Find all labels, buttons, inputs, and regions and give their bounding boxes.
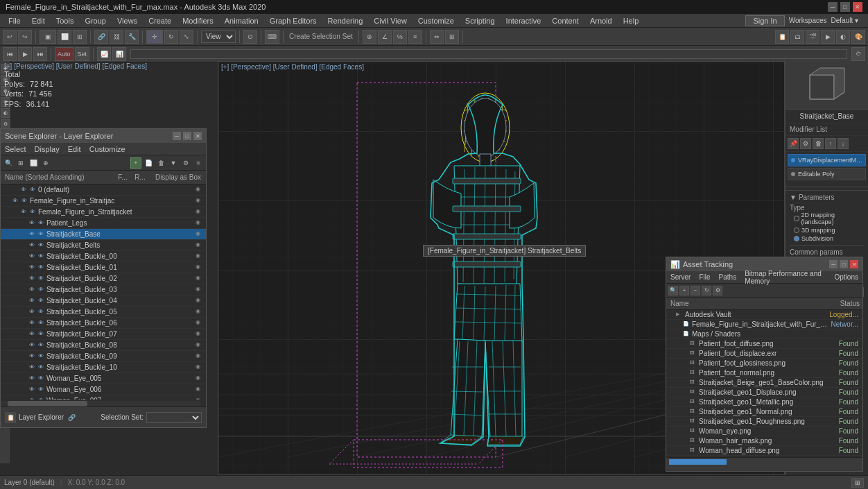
se-eye2-icon[interactable]: 👁 [37,386,44,393]
menu-civil-view[interactable]: Civil View [368,15,412,26]
se-deselect-button[interactable]: ⬜ [28,157,39,169]
se-list-item[interactable]: 👁👁Woman_Eye_007◉ [1,395,206,400]
ap-list-item[interactable]: 🖼Straitjacket_Beige_geo1_BaseColor.pngFo… [666,378,862,388]
ap-menu-server[interactable]: Server [666,273,695,281]
se-eye-icon[interactable]: 👁 [28,375,35,382]
se-list-item[interactable]: 👁👁Straitjacket_Buckle_06◉ [1,318,206,329]
ap-menu-bitmap[interactable]: Bitmap Performance and Memory [740,270,830,285]
ap-options-button[interactable]: ⚙ [713,286,722,295]
ap-minimize-button[interactable]: ─ [829,260,837,268]
ap-menu-file[interactable]: File [695,273,714,281]
ap-find-button[interactable]: 🔍 [668,286,678,295]
se-eye-icon[interactable]: 👁 [28,231,35,238]
se-eye2-icon[interactable]: 👁 [37,253,44,260]
se-menu-select[interactable]: Select [1,145,31,153]
percent-snap-button[interactable]: % [393,30,407,44]
render-setup-button[interactable]: 🎬 [806,30,819,44]
se-link-button[interactable]: 🔗 [67,413,76,422]
se-eye-icon[interactable]: 👁 [28,386,35,393]
se-list-item[interactable]: 👁👁Straitjacket_Buckle_05◉ [1,307,206,318]
window-crossing-button[interactable]: ⊞ [73,30,87,44]
material-editor-button[interactable]: 🎨 [851,30,865,44]
se-eye-icon[interactable]: 👁 [28,364,35,371]
se-eye2-icon[interactable]: 👁 [37,231,44,238]
se-list-item[interactable]: 👁👁0 (default)◉ [1,185,206,196]
sign-in-button[interactable]: Sign In [745,15,784,26]
select-rotate-button[interactable]: ↻ [164,30,178,44]
se-eye-icon[interactable]: 👁 [28,264,35,271]
se-eye-icon[interactable]: 👁 [28,298,35,304]
rp-radio-sub[interactable]: Subdivision [794,235,864,242]
se-eye2-icon[interactable]: 👁 [37,286,44,293]
se-eye-icon[interactable]: 👁 [20,187,27,194]
se-list-item[interactable]: 👁👁Female_Figure_in_Straitjac◉ [1,196,206,207]
menu-rendering[interactable]: Rendering [322,15,369,26]
se-list-item[interactable]: 👁👁Straitjacket_Buckle_00◉ [1,251,206,262]
se-eye2-icon[interactable]: 👁 [37,342,44,349]
se-list-item[interactable]: 👁👁Straitjacket_Buckle_07◉ [1,329,206,340]
display-panel-button[interactable]: ◐ [1,108,10,118]
rp-radio-3d[interactable]: 3D mapping [794,227,864,234]
se-eye2-icon[interactable]: 👁 [37,242,44,249]
menu-help[interactable]: Help [618,15,645,26]
rp-delete-modifier-button[interactable]: 🗑 [813,138,824,149]
ap-list-item[interactable]: 🖼Woman_hair_mask.pngFound [666,436,862,446]
se-list-item[interactable]: 👁👁Straitjacket_Buckle_01◉ [1,262,206,273]
se-menu-display[interactable]: Display [31,145,64,153]
se-eye-icon[interactable]: 👁 [28,253,35,260]
menu-content[interactable]: Content [546,15,584,26]
dope-sheet-button[interactable]: 📊 [112,47,126,61]
layer-manager-button[interactable]: 📋 [775,30,789,44]
align-button[interactable]: ⊞ [445,30,459,44]
menu-views[interactable]: Views [112,15,143,26]
rp-pin-button[interactable]: 📌 [788,138,799,149]
se-eye-icon[interactable]: 👁 [28,342,35,349]
se-eye2-icon[interactable]: 👁 [37,309,44,316]
bind-button[interactable]: 🔧 [125,30,139,44]
menu-scripting[interactable]: Scripting [460,15,501,26]
ap-list-item[interactable]: 🖼Straitjacket_geo1_Roughness.pngFound [666,417,862,427]
curve-editor-button[interactable]: 📈 [97,47,111,61]
se-add-object-button[interactable]: 📄 [143,157,154,169]
menu-file[interactable]: File [3,15,26,26]
se-list-item[interactable]: 👁👁Straitjacket_Buckle_10◉ [1,362,206,373]
select-move-button[interactable]: ✛ [146,30,163,44]
se-list-item[interactable]: 👁👁Straitjacket_Base◉ [1,229,206,240]
timeline-bar[interactable] [130,49,847,59]
se-list-item[interactable]: 👁👁Straitjacket_Buckle_02◉ [1,273,206,284]
angle-snap-button[interactable]: ∠ [378,30,392,44]
se-list-item[interactable]: 👁👁Woman_Eye_006◉ [1,384,206,395]
se-eye-icon[interactable]: 👁 [28,275,35,282]
unlink-button[interactable]: ⛓ [110,30,123,44]
render-button[interactable]: ▶ [821,30,835,44]
ap-menu-options[interactable]: Options [831,273,862,281]
rp-radio-2d[interactable]: 2D mapping (landscape) [794,212,864,225]
se-eye-icon[interactable]: 👁 [12,198,19,205]
play-button[interactable]: ▶ [18,47,32,61]
se-select-all-button[interactable]: ⊞ [15,157,26,169]
se-scrollbar[interactable] [1,401,200,406]
se-eye2-icon[interactable]: 👁 [37,298,44,304]
active-shade-button[interactable]: ◐ [836,30,850,44]
se-eye2-icon[interactable]: 👁 [37,353,44,360]
se-close-button[interactable]: ✕ [193,132,202,140]
se-eye2-icon[interactable]: 👁 [37,375,44,382]
se-delete-button[interactable]: 🗑 [155,157,166,169]
mirror-button[interactable]: ⇔ [430,30,444,44]
se-eye-icon[interactable]: 👁 [28,220,35,227]
reference-coord-select[interactable]: View [201,31,236,43]
se-minimize-button[interactable]: ─ [173,132,181,140]
se-restore-button[interactable]: □ [183,132,191,140]
se-eye2-icon[interactable]: 👁 [29,187,36,194]
se-list-item[interactable]: 👁👁Straitjacket_Buckle_03◉ [1,284,206,295]
rp-poly-modifier[interactable]: Editable Poly [788,168,866,180]
se-eye2-icon[interactable]: 👁 [37,275,44,282]
redo-button[interactable]: ↪ [18,30,32,44]
time-config-button[interactable]: ⏱ [851,47,865,61]
ap-list-item[interactable]: 🖼Patient_foot_glossiness.pngFound [666,359,862,368]
ap-list-item[interactable]: 🖼Straitjacket_geo1_Metallic.pngFound [666,397,862,407]
close-button[interactable]: ✕ [853,2,862,12]
se-settings-button[interactable]: ⚙ [180,157,191,169]
maximize-viewport-button[interactable]: ⊞ [851,478,864,488]
se-options-button[interactable]: ≡ [193,157,204,169]
